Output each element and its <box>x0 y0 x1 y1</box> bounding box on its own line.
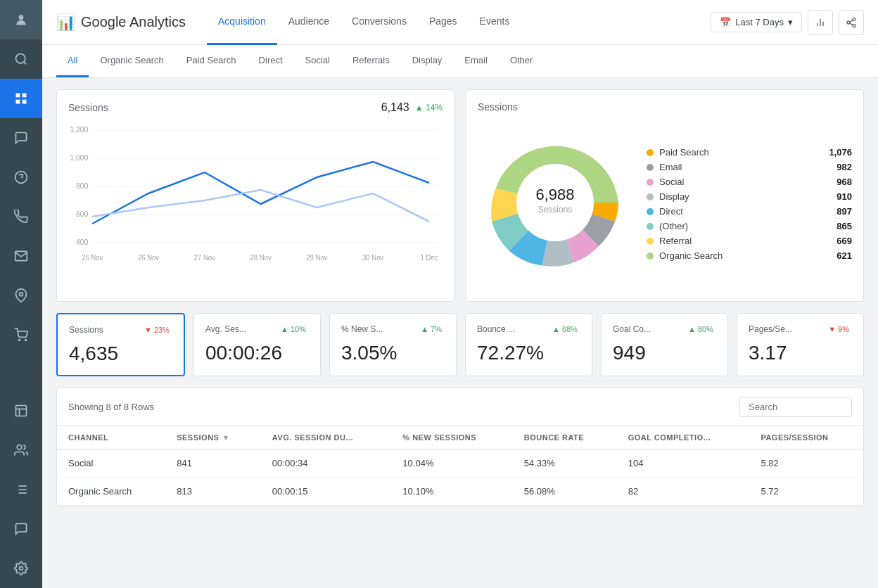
svg-rect-4 <box>23 94 27 98</box>
metric-bounce-rate-change: ▲ 68% <box>549 324 580 335</box>
legend-label-other: (Other) <box>659 221 831 231</box>
svg-text:800: 800 <box>76 181 88 190</box>
date-range-label: Last 7 Days <box>735 17 784 27</box>
nav-events[interactable]: Events <box>469 0 521 45</box>
metric-goal-completion-name: Goal Co... <box>613 324 651 334</box>
sub-tab-organic[interactable]: Organic Search <box>89 45 174 77</box>
cell-avg-session-organic: 00:00:15 <box>261 478 391 506</box>
sidebar-icon-search[interactable] <box>0 39 42 79</box>
legend-dot-direct <box>647 208 654 215</box>
sub-tab-email[interactable]: Email <box>453 45 499 77</box>
col-sessions[interactable]: SESSIONS▼ <box>165 426 261 449</box>
table-search-input[interactable] <box>739 397 852 417</box>
metric-sessions-name: Sessions <box>69 325 103 335</box>
sidebar-icon-mail[interactable] <box>0 236 42 276</box>
donut-chart-header: Sessions <box>478 101 852 113</box>
share-button[interactable] <box>839 10 864 35</box>
metric-sessions[interactable]: Sessions ▼ 23% 4,635 <box>56 313 185 376</box>
metric-avg-session-name: Avg. Ses... <box>205 324 246 334</box>
sidebar <box>0 0 42 588</box>
cell-goal-social: 104 <box>617 449 750 478</box>
col-goal[interactable]: GOAL COMPLETIO... <box>617 426 750 449</box>
metric-pages-session[interactable]: Pages/Se... ▼ 9% 3.17 <box>737 313 864 376</box>
cell-new-sessions-social: 10.04% <box>391 449 512 478</box>
table-row: Social 841 00:00:34 10.04% 54.33% 104 5.… <box>57 449 863 478</box>
svg-rect-3 <box>16 94 20 98</box>
svg-text:6,988: 6,988 <box>535 186 574 203</box>
sidebar-icon-profile[interactable] <box>0 0 42 39</box>
col-bounce-rate[interactable]: BOUNCE RATE <box>513 426 617 449</box>
nav-acquisition[interactable]: Acquisition <box>207 0 277 45</box>
svg-rect-12 <box>16 406 27 416</box>
nav-conversions[interactable]: Conversions <box>341 0 418 45</box>
sub-tab-social[interactable]: Social <box>294 45 341 77</box>
sub-tab-other[interactable]: Other <box>499 45 545 77</box>
legend-label-social: Social <box>659 177 831 187</box>
chart-view-button[interactable] <box>808 10 833 35</box>
logo: 📊 Google Analytics <box>56 13 186 32</box>
col-avg-session[interactable]: AVG. SESSION DU... <box>261 426 391 449</box>
nav-audience[interactable]: Audience <box>277 0 341 45</box>
logo-icon: 📊 <box>56 13 75 32</box>
legend-value-organic: 621 <box>836 250 852 261</box>
cell-pages-social: 5.82 <box>749 449 863 478</box>
line-chart-value-container: 6,143 ▲ 14% <box>381 101 443 114</box>
cell-new-sessions-organic: 10.10% <box>391 478 512 506</box>
metric-new-sessions[interactable]: % New S... ▲ 7% 3.05% <box>329 313 457 376</box>
sub-tab-paid[interactable]: Paid Search <box>175 45 248 77</box>
metric-new-sessions-name: % New S... <box>341 324 383 334</box>
metric-pages-session-change: ▼ 9% <box>825 324 852 335</box>
svg-point-1 <box>16 54 25 63</box>
metric-bounce-rate[interactable]: Bounce ... ▲ 68% 72.27% <box>465 313 592 376</box>
svg-point-11 <box>25 340 27 341</box>
nav-pages[interactable]: Pages <box>418 0 469 45</box>
sidebar-icon-cart[interactable] <box>0 315 42 354</box>
metric-avg-session-change: ▲ 10% <box>278 324 309 335</box>
sidebar-icon-help[interactable] <box>0 158 42 197</box>
legend-label-email: Email <box>659 162 831 172</box>
col-pages[interactable]: PAGES/SESSION <box>749 426 863 449</box>
legend-label-paid-search: Paid Search <box>659 147 823 158</box>
metric-goal-completion[interactable]: Goal Co... ▲ 80% 949 <box>601 313 728 376</box>
metric-new-sessions-header: % New S... ▲ 7% <box>341 324 445 335</box>
legend-display: Display 910 <box>647 191 852 202</box>
metric-bounce-rate-name: Bounce ... <box>477 324 515 334</box>
sub-tab-all[interactable]: All <box>56 45 89 77</box>
chevron-down-icon: ▾ <box>788 17 793 27</box>
sub-tab-direct[interactable]: Direct <box>248 45 294 77</box>
cell-goal-organic: 82 <box>617 478 750 506</box>
sidebar-icon-chat[interactable] <box>0 118 42 158</box>
sidebar-icon-pin[interactable] <box>0 509 42 549</box>
sidebar-icon-location[interactable] <box>0 276 42 315</box>
svg-line-29 <box>850 23 853 25</box>
legend-label-direct: Direct <box>659 206 831 217</box>
svg-point-9 <box>20 293 23 296</box>
legend-value-direct: 897 <box>836 206 852 217</box>
donut-legend: Paid Search 1,076 Email 982 Social <box>647 147 852 261</box>
svg-text:25 Nov: 25 Nov <box>82 254 103 262</box>
metric-pages-session-name: Pages/Se... <box>749 324 792 334</box>
sub-tab-referrals[interactable]: Referrals <box>341 45 401 77</box>
sidebar-icon-phone[interactable] <box>0 197 42 236</box>
line-chart-value: 6,143 <box>381 101 409 114</box>
sidebar-icon-settings[interactable] <box>0 549 42 588</box>
table-row: Organic Search 813 00:00:15 10.10% 56.08… <box>57 478 863 506</box>
svg-point-15 <box>17 445 22 450</box>
content-area: All Organic Search Paid Search Direct So… <box>42 45 878 588</box>
metric-pages-session-value: 3.17 <box>749 342 852 364</box>
sidebar-icon-list[interactable] <box>0 470 42 509</box>
cell-sessions-organic: 813 <box>165 478 261 506</box>
sidebar-icon-dashboard[interactable] <box>0 79 42 118</box>
sub-tab-display[interactable]: Display <box>401 45 454 77</box>
sidebar-icon-users[interactable] <box>0 430 42 470</box>
metric-avg-session[interactable]: Avg. Ses... ▲ 10% 00:00:26 <box>193 313 321 376</box>
date-range-picker[interactable]: 📅 Last 7 Days ▾ <box>711 12 802 32</box>
calendar-icon: 📅 <box>720 17 731 27</box>
data-table: CHANNEL SESSIONS▼ AVG. SESSION DU... % N… <box>57 426 863 506</box>
col-new-sessions[interactable]: % NEW SESSIONS <box>391 426 512 449</box>
metric-sessions-header: Sessions ▼ 23% <box>69 324 172 335</box>
metric-new-sessions-value: 3.05% <box>341 342 445 364</box>
legend-dot-display <box>647 193 654 200</box>
sidebar-icon-reports[interactable] <box>0 391 42 430</box>
col-channel[interactable]: CHANNEL <box>57 426 165 449</box>
